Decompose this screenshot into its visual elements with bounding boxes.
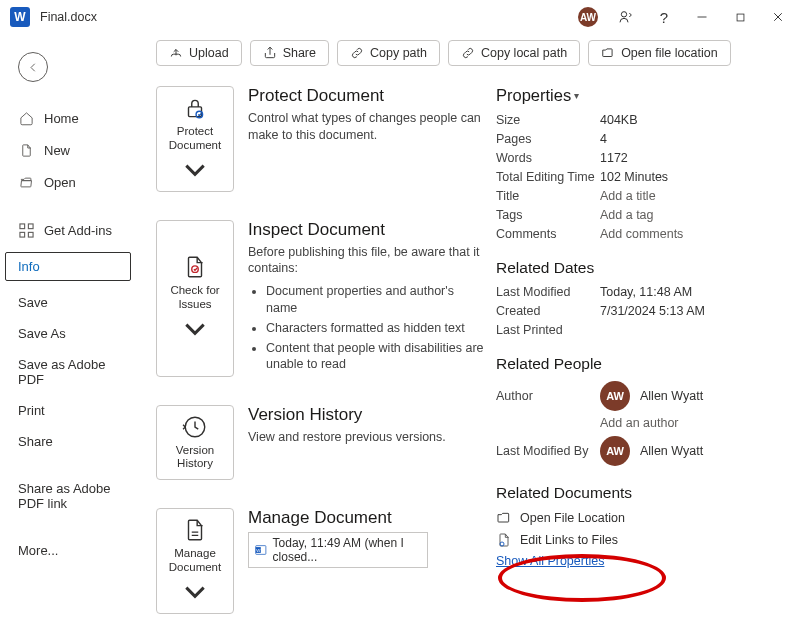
prop-label: Total Editing Time — [496, 170, 600, 184]
svg-point-11 — [192, 266, 199, 273]
sidebar-label: Save As — [18, 326, 66, 341]
prop-value: 1172 — [600, 151, 628, 165]
help-icon[interactable]: ? — [654, 7, 674, 27]
add-author-link[interactable]: Add an author — [600, 416, 679, 430]
open-file-location-link[interactable]: Open File Location — [496, 510, 792, 526]
bigbtn-label: Version History — [161, 444, 229, 472]
toolbar-label: Copy local path — [481, 46, 567, 60]
share-button[interactable]: Share — [250, 40, 329, 66]
manage-document-button[interactable]: Manage Document — [156, 508, 234, 614]
prop-label: Tags — [496, 208, 600, 222]
svg-point-0 — [621, 12, 626, 17]
lastmod-avatar: AW — [600, 436, 630, 466]
chevron-down-icon — [182, 157, 208, 183]
edit-links-to-files[interactable]: Edit Links to Files — [496, 532, 792, 548]
open-icon — [18, 174, 34, 190]
prop-label: Size — [496, 113, 600, 127]
file-link-icon — [496, 532, 512, 548]
sidebar-label: New — [44, 143, 70, 158]
account-avatar[interactable]: AW — [578, 7, 598, 27]
sidebar-item-share[interactable]: Share — [0, 426, 136, 457]
author-name: Allen Wyatt — [640, 389, 703, 403]
protect-document-button[interactable]: Protect Document — [156, 86, 234, 192]
date-label: Created — [496, 304, 600, 318]
related-dates-heading: Related Dates — [496, 259, 792, 277]
author-avatar: AW — [600, 381, 630, 411]
inspect-bullets: Document properties and author's name Ch… — [248, 283, 486, 372]
author-label: Author — [496, 389, 600, 403]
unsaved-versions-dropdown[interactable]: W Today, 11:49 AM (when I closed... — [248, 532, 428, 568]
sidebar-item-info[interactable]: Info — [5, 252, 131, 281]
sidebar-item-home[interactable]: Home — [0, 102, 136, 134]
link-label: Show All Properties — [496, 554, 604, 568]
copy-local-path-button[interactable]: Copy local path — [448, 40, 580, 66]
prop-add-comments[interactable]: Add comments — [600, 227, 683, 241]
inspect-bullet: Characters formatted as hidden text — [266, 320, 486, 336]
sidebar-label: Info — [18, 259, 40, 274]
prop-value: 102 Minutes — [600, 170, 668, 184]
sidebar-label: Open — [44, 175, 76, 190]
prop-value: 404KB — [600, 113, 638, 127]
check-for-issues-button[interactable]: Check for Issues — [156, 220, 234, 377]
back-button[interactable] — [18, 52, 48, 82]
svg-rect-2 — [737, 14, 744, 21]
bigbtn-label: Manage Document — [161, 547, 229, 575]
minimize-button[interactable] — [692, 7, 712, 27]
sidebar-label: Save as Adobe PDF — [18, 357, 128, 387]
close-button[interactable] — [768, 7, 788, 27]
properties-heading-label: Properties — [496, 86, 571, 105]
lastmod-label: Last Modified By — [496, 444, 600, 458]
sidebar-item-open[interactable]: Open — [0, 166, 136, 198]
prop-label: Comments — [496, 227, 600, 241]
toolbar-label: Open file location — [621, 46, 718, 60]
prop-label: Words — [496, 151, 600, 165]
backstage-sidebar: Home New Open Get Add-ins Info Save Save… — [0, 34, 136, 627]
svg-rect-5 — [19, 223, 24, 228]
mic-icon[interactable] — [616, 7, 636, 27]
sidebar-item-add-ins[interactable]: Get Add-ins — [0, 214, 136, 246]
title-bar: W Final.docx AW ? — [0, 0, 800, 34]
word-app-icon: W — [10, 7, 30, 27]
sidebar-label: More... — [18, 543, 58, 558]
dropdown-value: Today, 11:49 AM (when I closed... — [273, 536, 421, 564]
addins-icon — [18, 222, 34, 238]
link-label: Edit Links to Files — [520, 533, 618, 547]
prop-add-tag[interactable]: Add a tag — [600, 208, 654, 222]
date-label: Last Modified — [496, 285, 600, 299]
maximize-button[interactable] — [730, 7, 750, 27]
sidebar-item-save[interactable]: Save — [0, 287, 136, 318]
prop-add-title[interactable]: Add a title — [600, 189, 656, 203]
lastmod-name: Allen Wyatt — [640, 444, 703, 458]
copy-path-button[interactable]: Copy path — [337, 40, 440, 66]
svg-point-15 — [500, 542, 504, 546]
sidebar-item-save-adobe[interactable]: Save as Adobe PDF — [0, 349, 136, 395]
sidebar-item-share-adobe[interactable]: Share as Adobe PDF link — [0, 473, 136, 519]
new-icon — [18, 142, 34, 158]
document-title: Final.docx — [40, 10, 97, 24]
section-title: Version History — [248, 405, 486, 425]
upload-button[interactable]: Upload — [156, 40, 242, 66]
show-all-properties-link[interactable]: Show All Properties — [496, 554, 792, 568]
sidebar-item-more[interactable]: More... — [0, 535, 136, 566]
toolbar-label: Share — [283, 46, 316, 60]
svg-rect-8 — [28, 232, 33, 237]
sidebar-label: Share as Adobe PDF link — [18, 481, 128, 511]
open-file-location-button[interactable]: Open file location — [588, 40, 731, 66]
folder-icon — [496, 510, 512, 526]
sidebar-label: Print — [18, 403, 45, 418]
related-people-heading: Related People — [496, 355, 792, 373]
sidebar-item-new[interactable]: New — [0, 134, 136, 166]
section-title: Manage Document — [248, 508, 486, 528]
sidebar-label: Share — [18, 434, 53, 449]
version-history-button[interactable]: Version History — [156, 405, 234, 481]
sidebar-label: Home — [44, 111, 79, 126]
bigbtn-label: Check for Issues — [161, 284, 229, 312]
date-value: Today, 11:48 AM — [600, 285, 692, 299]
sidebar-item-saveas[interactable]: Save As — [0, 318, 136, 349]
chevron-down-icon: ▾ — [574, 90, 579, 101]
sidebar-item-print[interactable]: Print — [0, 395, 136, 426]
properties-heading[interactable]: Properties ▾ — [496, 86, 792, 105]
inspect-bullet: Content that people with disabilities ar… — [266, 340, 486, 373]
svg-rect-7 — [19, 232, 24, 237]
related-documents-heading: Related Documents — [496, 484, 792, 502]
